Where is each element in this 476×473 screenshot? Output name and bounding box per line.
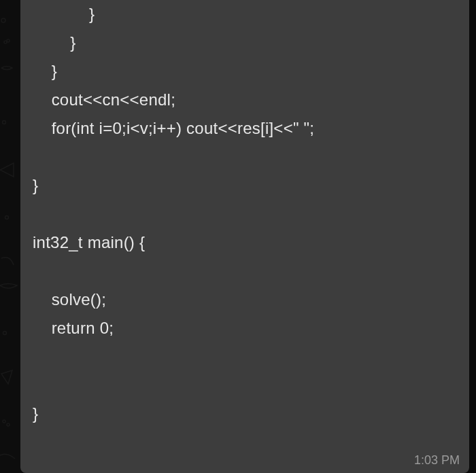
message-bubble[interactable]: } } } cout<<cn<<endl; for(int i=0;i<v;i+… — [20, 0, 469, 473]
message-timestamp: 1:03 PM — [414, 453, 460, 468]
svg-point-0 — [1, 18, 5, 22]
svg-point-3 — [3, 121, 6, 124]
svg-point-4 — [5, 216, 9, 220]
code-block: } } } cout<<cn<<endl; for(int i=0;i<v;i+… — [33, 0, 457, 428]
chat-background-pattern — [0, 0, 20, 473]
svg-point-6 — [3, 420, 5, 423]
svg-point-2 — [4, 41, 7, 43]
svg-point-7 — [7, 423, 10, 426]
svg-point-5 — [3, 332, 7, 335]
